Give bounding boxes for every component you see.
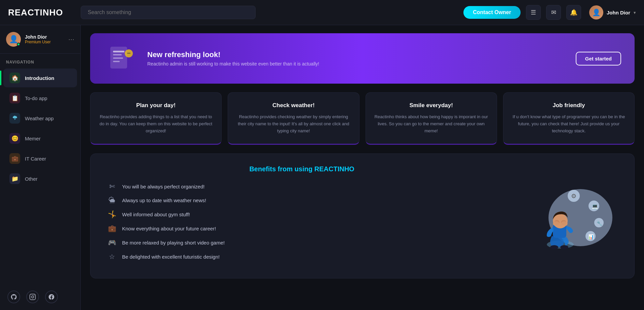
feature-card-desc: Reactinho thinks about how being happy i… bbox=[373, 114, 489, 134]
feature-card-title: Check weather! bbox=[235, 102, 351, 109]
sidebar-item-label: Other bbox=[25, 176, 38, 182]
bell-icon-button[interactable]: 🔔 bbox=[566, 5, 581, 20]
mail-icon-button[interactable]: ✉ bbox=[546, 5, 561, 20]
benefits-title-prefix: Benefits from using bbox=[249, 165, 314, 173]
banner-subtitle: Reactinho admin is still working to make… bbox=[147, 61, 566, 67]
banner: New refreshing look! Reactinho admin is … bbox=[90, 33, 635, 84]
svg-rect-4 bbox=[113, 51, 124, 52]
home-icon: 🏠 bbox=[9, 73, 20, 83]
benefits-content: Benefits from using REACTINHO ✄ You will… bbox=[107, 165, 496, 267]
feature-cards: Plan your day! Reactinho provides adding… bbox=[90, 92, 635, 145]
svg-text:🔧: 🔧 bbox=[597, 221, 603, 226]
facebook-icon[interactable] bbox=[45, 291, 58, 303]
sidebar-role: Premium User bbox=[25, 40, 64, 44]
sidebar-item-other[interactable]: 📁 Other bbox=[3, 169, 77, 188]
feature-card-desc: Reactinho provides checking weather by s… bbox=[235, 114, 351, 134]
todo-icon: 📋 bbox=[9, 93, 20, 103]
search-input[interactable] bbox=[81, 6, 256, 19]
banner-text: New refreshing look! Reactinho admin is … bbox=[147, 50, 566, 67]
sidebar-item-weather[interactable]: 🌩 Weather app bbox=[3, 109, 77, 128]
svg-rect-9 bbox=[127, 53, 130, 54]
gym-icon: 🤸 bbox=[107, 210, 117, 218]
feature-card-job: Job friendly If u don't know what type o… bbox=[503, 92, 635, 145]
document-icon-button[interactable]: ☰ bbox=[526, 5, 541, 20]
benefit-text: Be delighted with excellent futuristic d… bbox=[122, 254, 220, 260]
benefits-title: Benefits from using REACTINHO bbox=[107, 165, 496, 173]
chevron-down-icon: ▾ bbox=[634, 10, 636, 15]
header-user[interactable]: 👤 John Dior ▾ bbox=[589, 5, 636, 19]
sidebar: 👤 John Dior Premium User ⋯ Navigation 🏠 … bbox=[0, 25, 81, 310]
banner-title: New refreshing look! bbox=[147, 50, 566, 59]
benefits-list: ✄ You will be always perfect organized! … bbox=[107, 182, 496, 261]
get-started-button[interactable]: Get started bbox=[576, 52, 621, 65]
feature-card-desc: If u don't know what type of programmer … bbox=[511, 114, 627, 134]
svg-text:⚙: ⚙ bbox=[571, 193, 576, 200]
header-username: John Dior bbox=[607, 10, 630, 15]
logo: REACTINHO bbox=[8, 7, 75, 18]
sidebar-item-label: Weather app bbox=[25, 116, 54, 121]
benefit-item-0: ✄ You will be always perfect organized! bbox=[107, 182, 496, 190]
sidebar-item-memer[interactable]: 😊 Memer bbox=[3, 129, 77, 148]
feature-card-plan: Plan your day! Reactinho provides adding… bbox=[90, 92, 222, 145]
github-icon[interactable] bbox=[7, 291, 20, 303]
feature-card-title: Plan your day! bbox=[98, 102, 214, 109]
benefit-item-1: 🌦 Always up to date with weather news! bbox=[107, 196, 496, 204]
benefit-item-3: 💼 Know everything about your future care… bbox=[107, 224, 496, 232]
banner-illustration bbox=[104, 43, 137, 74]
document-icon: ☰ bbox=[531, 9, 536, 16]
benefit-text: You will be always perfect organized! bbox=[122, 184, 204, 189]
sidebar-item-label: IT Career bbox=[25, 156, 46, 162]
feature-card-title: Smile everyday! bbox=[373, 102, 489, 109]
benefits-title-react: REACT bbox=[314, 165, 338, 173]
svg-point-1 bbox=[32, 296, 34, 298]
sidebar-item-todo[interactable]: 📋 To-do app bbox=[3, 89, 77, 107]
svg-text:💻: 💻 bbox=[592, 203, 598, 210]
memer-icon: 😊 bbox=[9, 133, 20, 144]
svg-point-25 bbox=[561, 221, 568, 226]
instagram-icon[interactable] bbox=[26, 291, 39, 303]
sidebar-avatar: 👤 bbox=[6, 32, 21, 47]
folder-icon: 📁 bbox=[9, 173, 20, 184]
layout: 👤 John Dior Premium User ⋯ Navigation 🏠 … bbox=[0, 25, 644, 310]
feature-card-desc: Reactinho provides adding things to a li… bbox=[98, 114, 214, 134]
svg-point-2 bbox=[34, 295, 35, 296]
svg-point-26 bbox=[550, 245, 558, 249]
benefit-text: Well informed about gym stuff! bbox=[122, 212, 190, 217]
sidebar-item-itcareer[interactable]: 💼 IT Career bbox=[3, 149, 77, 168]
weather-icon: 🌩 bbox=[9, 113, 20, 124]
sidebar-user-info: John Dior Premium User bbox=[25, 34, 64, 44]
benefits-illustration: ⚙ 💻 🔧 📊 bbox=[510, 172, 617, 260]
main-content: New refreshing look! Reactinho admin is … bbox=[81, 25, 644, 310]
sidebar-user: 👤 John Dior Premium User ⋯ bbox=[0, 32, 80, 54]
feature-card-weather: Check weather! Reactinho provides checki… bbox=[228, 92, 359, 145]
benefit-item-4: 🎮 Be more relaxed by playing short video… bbox=[107, 238, 496, 247]
sidebar-nav-label: Navigation bbox=[0, 60, 80, 64]
svg-point-27 bbox=[560, 245, 568, 249]
briefcase-icon: 💼 bbox=[9, 153, 20, 164]
mail-icon: ✉ bbox=[551, 9, 556, 16]
online-badge bbox=[17, 43, 20, 46]
svg-rect-7 bbox=[113, 61, 120, 62]
contact-owner-button[interactable]: Contact Owner bbox=[463, 6, 521, 19]
benefit-text: Know everything about your future career… bbox=[122, 226, 216, 231]
benefits-card: Benefits from using REACTINHO ✄ You will… bbox=[90, 153, 635, 278]
sidebar-item-label: Introduction bbox=[25, 75, 54, 81]
sidebar-item-introduction[interactable]: 🏠 Introduction bbox=[3, 69, 77, 87]
sidebar-item-label: Memer bbox=[25, 136, 41, 141]
sidebar-socials bbox=[0, 284, 80, 303]
svg-point-24 bbox=[553, 221, 560, 226]
sidebar-more-button[interactable]: ⋯ bbox=[68, 36, 74, 43]
benefit-text: Always up to date with weather news! bbox=[122, 197, 206, 203]
svg-text:📊: 📊 bbox=[588, 234, 594, 240]
feature-card-title: Job friendly bbox=[511, 102, 627, 109]
benefit-text: Be more relaxed by playing short video g… bbox=[122, 240, 225, 246]
svg-rect-5 bbox=[113, 54, 122, 55]
weather-news-icon: 🌦 bbox=[107, 196, 117, 204]
benefit-item-2: 🤸 Well informed about gym stuff! bbox=[107, 210, 496, 218]
game-icon: 🎮 bbox=[107, 238, 117, 247]
star-icon: ☆ bbox=[107, 253, 117, 261]
svg-rect-6 bbox=[113, 57, 123, 59]
organized-icon: ✄ bbox=[107, 182, 117, 190]
benefit-item-5: ☆ Be delighted with excellent futuristic… bbox=[107, 253, 496, 261]
benefits-title-inho: INHO bbox=[338, 165, 354, 173]
